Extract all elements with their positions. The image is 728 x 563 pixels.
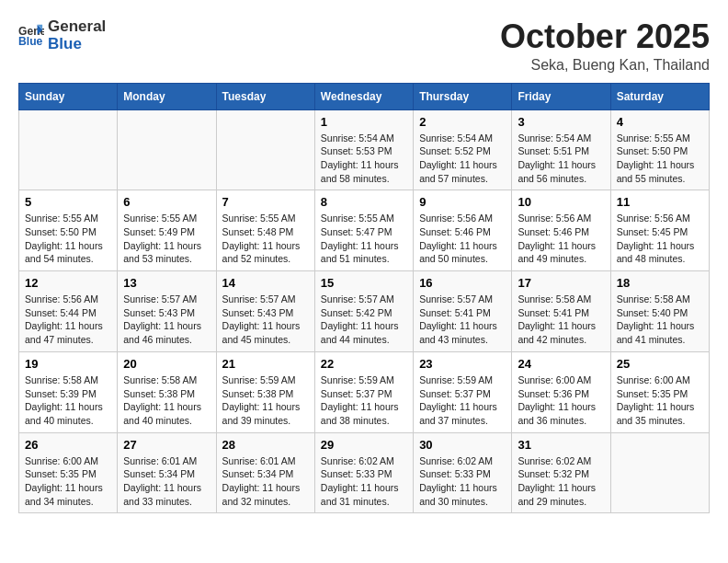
weekday-header-tuesday: Tuesday xyxy=(216,83,314,109)
day-number: 13 xyxy=(123,276,210,290)
calendar-cell: 24Sunrise: 6:00 AM Sunset: 5:36 PM Dayli… xyxy=(512,351,610,432)
calendar-cell: 4Sunrise: 5:55 AM Sunset: 5:50 PM Daylig… xyxy=(610,109,709,190)
calendar-cell: 27Sunrise: 6:01 AM Sunset: 5:34 PM Dayli… xyxy=(118,432,216,513)
day-info: Sunrise: 5:54 AM Sunset: 5:52 PM Dayligh… xyxy=(419,132,506,186)
title-block: October 2025 Seka, Bueng Kan, Thailand xyxy=(500,18,710,74)
logo-blue-text: Blue xyxy=(48,36,106,53)
day-info: Sunrise: 5:58 AM Sunset: 5:41 PM Dayligh… xyxy=(518,293,604,347)
day-number: 29 xyxy=(321,438,407,452)
day-info: Sunrise: 5:59 AM Sunset: 5:37 PM Dayligh… xyxy=(419,373,506,428)
day-info: Sunrise: 6:02 AM Sunset: 5:32 PM Dayligh… xyxy=(518,454,604,509)
logo-general-text: General xyxy=(48,18,106,36)
day-number: 1 xyxy=(321,115,407,129)
day-number: 10 xyxy=(518,195,604,209)
day-info: Sunrise: 5:55 AM Sunset: 5:49 PM Dayligh… xyxy=(123,212,210,266)
calendar-cell: 17Sunrise: 5:58 AM Sunset: 5:41 PM Dayli… xyxy=(512,271,610,352)
month-title: October 2025 xyxy=(500,18,710,55)
day-info: Sunrise: 5:55 AM Sunset: 5:47 PM Dayligh… xyxy=(321,212,407,266)
logo-icon: General Blue xyxy=(18,23,44,49)
calendar-cell: 31Sunrise: 6:02 AM Sunset: 5:32 PM Dayli… xyxy=(512,432,610,513)
day-info: Sunrise: 5:56 AM Sunset: 5:44 PM Dayligh… xyxy=(25,293,111,347)
calendar-cell: 26Sunrise: 6:00 AM Sunset: 5:35 PM Dayli… xyxy=(19,432,118,513)
day-info: Sunrise: 5:56 AM Sunset: 5:46 PM Dayligh… xyxy=(419,212,506,266)
weekday-header-sunday: Sunday xyxy=(19,83,118,109)
day-info: Sunrise: 6:00 AM Sunset: 5:35 PM Dayligh… xyxy=(617,373,703,428)
day-info: Sunrise: 5:56 AM Sunset: 5:45 PM Dayligh… xyxy=(617,212,703,266)
calendar-cell: 10Sunrise: 5:56 AM Sunset: 5:46 PM Dayli… xyxy=(512,190,610,271)
day-number: 20 xyxy=(123,357,210,371)
day-info: Sunrise: 5:56 AM Sunset: 5:46 PM Dayligh… xyxy=(518,212,604,266)
day-info: Sunrise: 6:01 AM Sunset: 5:34 PM Dayligh… xyxy=(123,454,210,509)
day-info: Sunrise: 5:57 AM Sunset: 5:42 PM Dayligh… xyxy=(321,293,407,347)
location-title: Seka, Bueng Kan, Thailand xyxy=(500,57,710,74)
calendar-cell: 6Sunrise: 5:55 AM Sunset: 5:49 PM Daylig… xyxy=(118,190,216,271)
calendar-cell xyxy=(216,109,314,190)
day-info: Sunrise: 5:54 AM Sunset: 5:53 PM Dayligh… xyxy=(321,132,407,186)
day-number: 31 xyxy=(518,438,604,452)
calendar-cell: 28Sunrise: 6:01 AM Sunset: 5:34 PM Dayli… xyxy=(216,432,314,513)
day-number: 26 xyxy=(25,438,111,452)
day-info: Sunrise: 5:59 AM Sunset: 5:38 PM Dayligh… xyxy=(222,373,309,428)
day-info: Sunrise: 6:01 AM Sunset: 5:34 PM Dayligh… xyxy=(222,454,309,509)
calendar-cell: 22Sunrise: 5:59 AM Sunset: 5:37 PM Dayli… xyxy=(314,351,413,432)
day-number: 18 xyxy=(617,276,703,290)
page-header: General Blue General Blue October 2025 S… xyxy=(18,18,710,74)
day-info: Sunrise: 5:55 AM Sunset: 5:48 PM Dayligh… xyxy=(222,212,309,266)
calendar-cell: 20Sunrise: 5:58 AM Sunset: 5:38 PM Dayli… xyxy=(118,351,216,432)
day-number: 16 xyxy=(419,276,506,290)
day-number: 21 xyxy=(222,357,309,371)
weekday-header-friday: Friday xyxy=(512,83,610,109)
calendar-week-row: 12Sunrise: 5:56 AM Sunset: 5:44 PM Dayli… xyxy=(19,271,710,352)
calendar-cell: 15Sunrise: 5:57 AM Sunset: 5:42 PM Dayli… xyxy=(314,271,413,352)
day-info: Sunrise: 6:02 AM Sunset: 5:33 PM Dayligh… xyxy=(419,454,506,509)
calendar-cell: 8Sunrise: 5:55 AM Sunset: 5:47 PM Daylig… xyxy=(314,190,413,271)
day-info: Sunrise: 5:55 AM Sunset: 5:50 PM Dayligh… xyxy=(25,212,111,266)
day-number: 7 xyxy=(222,195,309,209)
calendar-cell: 23Sunrise: 5:59 AM Sunset: 5:37 PM Dayli… xyxy=(414,351,512,432)
calendar-cell: 30Sunrise: 6:02 AM Sunset: 5:33 PM Dayli… xyxy=(414,432,512,513)
calendar-cell xyxy=(19,109,118,190)
day-info: Sunrise: 6:02 AM Sunset: 5:33 PM Dayligh… xyxy=(321,454,407,509)
day-info: Sunrise: 6:00 AM Sunset: 5:36 PM Dayligh… xyxy=(518,373,604,428)
day-number: 15 xyxy=(321,276,407,290)
logo: General Blue General Blue xyxy=(18,18,106,52)
day-info: Sunrise: 5:55 AM Sunset: 5:50 PM Dayligh… xyxy=(617,132,703,186)
day-number: 22 xyxy=(321,357,407,371)
day-number: 9 xyxy=(419,195,506,209)
calendar-cell: 9Sunrise: 5:56 AM Sunset: 5:46 PM Daylig… xyxy=(414,190,512,271)
calendar-cell: 3Sunrise: 5:54 AM Sunset: 5:51 PM Daylig… xyxy=(512,109,610,190)
calendar-week-row: 1Sunrise: 5:54 AM Sunset: 5:53 PM Daylig… xyxy=(19,109,710,190)
calendar-table: SundayMondayTuesdayWednesdayThursdayFrid… xyxy=(18,83,710,514)
weekday-header-saturday: Saturday xyxy=(610,83,709,109)
day-number: 5 xyxy=(25,195,111,209)
calendar-cell: 13Sunrise: 5:57 AM Sunset: 5:43 PM Dayli… xyxy=(118,271,216,352)
day-number: 8 xyxy=(321,195,407,209)
calendar-cell: 1Sunrise: 5:54 AM Sunset: 5:53 PM Daylig… xyxy=(314,109,413,190)
day-info: Sunrise: 5:58 AM Sunset: 5:39 PM Dayligh… xyxy=(25,373,111,428)
weekday-header-thursday: Thursday xyxy=(414,83,512,109)
day-number: 12 xyxy=(25,276,111,290)
day-number: 23 xyxy=(419,357,506,371)
day-number: 28 xyxy=(222,438,309,452)
day-number: 14 xyxy=(222,276,309,290)
day-number: 4 xyxy=(617,115,703,129)
day-info: Sunrise: 5:57 AM Sunset: 5:43 PM Dayligh… xyxy=(123,293,210,347)
calendar-week-row: 26Sunrise: 6:00 AM Sunset: 5:35 PM Dayli… xyxy=(19,432,710,513)
day-number: 27 xyxy=(123,438,210,452)
day-number: 19 xyxy=(25,357,111,371)
day-info: Sunrise: 5:58 AM Sunset: 5:40 PM Dayligh… xyxy=(617,293,703,347)
calendar-week-row: 5Sunrise: 5:55 AM Sunset: 5:50 PM Daylig… xyxy=(19,190,710,271)
calendar-week-row: 19Sunrise: 5:58 AM Sunset: 5:39 PM Dayli… xyxy=(19,351,710,432)
weekday-header-monday: Monday xyxy=(118,83,216,109)
day-number: 3 xyxy=(518,115,604,129)
day-info: Sunrise: 5:57 AM Sunset: 5:41 PM Dayligh… xyxy=(419,293,506,347)
day-info: Sunrise: 5:57 AM Sunset: 5:43 PM Dayligh… xyxy=(222,293,309,347)
day-number: 6 xyxy=(123,195,210,209)
calendar-cell: 29Sunrise: 6:02 AM Sunset: 5:33 PM Dayli… xyxy=(314,432,413,513)
day-number: 30 xyxy=(419,438,506,452)
calendar-cell: 14Sunrise: 5:57 AM Sunset: 5:43 PM Dayli… xyxy=(216,271,314,352)
day-number: 25 xyxy=(617,357,703,371)
day-info: Sunrise: 5:54 AM Sunset: 5:51 PM Dayligh… xyxy=(518,132,604,186)
day-number: 2 xyxy=(419,115,506,129)
calendar-cell: 12Sunrise: 5:56 AM Sunset: 5:44 PM Dayli… xyxy=(19,271,118,352)
